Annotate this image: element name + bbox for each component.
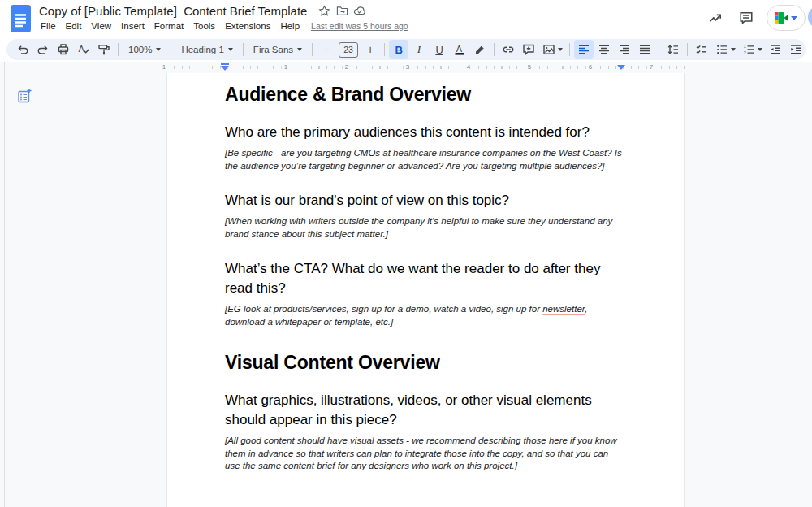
ruler-number: 1 [160, 63, 168, 72]
spell-check-button[interactable]: A [74, 40, 93, 59]
decrease-font-size-button[interactable]: − [317, 40, 336, 59]
checklist-button[interactable] [692, 40, 711, 59]
document-page[interactable]: Audience & Brand OverviewWho are the pri… [166, 73, 685, 507]
meet-button[interactable] [767, 5, 806, 31]
left-indent-marker[interactable] [221, 66, 229, 71]
paint-format-button[interactable] [94, 40, 114, 59]
align-left-icon [577, 43, 590, 56]
svg-text:2: 2 [743, 50, 745, 55]
menu-file[interactable]: File [36, 20, 61, 32]
menu-view[interactable]: View [86, 20, 116, 32]
align-left-button[interactable] [574, 40, 594, 59]
svg-text:1: 1 [743, 44, 745, 49]
menu-format[interactable]: Format [149, 20, 188, 32]
doc-placeholder-line: [All good content should have visual ass… [225, 435, 630, 448]
toolbar-divider [810, 43, 810, 56]
doc-placeholder-text[interactable]: [When working with writers outside the c… [225, 215, 630, 240]
ruler: 11234567 [0, 62, 812, 73]
align-right-button[interactable] [615, 40, 634, 59]
meet-dropdown-caret[interactable] [791, 16, 797, 20]
workspace: 11234567 Audience & Brand OverviewWho ar… [0, 62, 812, 507]
numbered-list-button-caret-icon [758, 48, 762, 51]
star-icon[interactable] [315, 2, 333, 20]
align-right-icon [618, 43, 631, 56]
ruler-number: 6 [586, 63, 594, 72]
document-outline-icon[interactable] [15, 86, 34, 106]
doc-placeholder-line: brand stance about this subject matter.] [225, 228, 630, 241]
doc-placeholder-line: the audience you’re targeting beginner o… [225, 160, 630, 173]
doc-heading1[interactable]: Audience & Brand Overview [225, 84, 630, 104]
zoom-select-value: 100% [128, 45, 152, 54]
left-rail-divider [4, 62, 5, 507]
decrease-indent-button[interactable] [766, 40, 785, 59]
move-folder-icon[interactable] [333, 2, 351, 20]
doc-heading2[interactable]: What’s the CTA? What do we want the read… [225, 259, 630, 298]
menu-help[interactable]: Help [275, 20, 304, 32]
right-indent-marker[interactable] [617, 65, 625, 70]
numbered-list-button[interactable]: 12 [739, 40, 765, 59]
doc-text-segment: download a whitepaper or template, etc.] [225, 317, 393, 327]
doc-placeholder-text[interactable]: [Be specific - are you targeting CMOs at… [225, 147, 630, 172]
cloud-status-icon[interactable] [351, 2, 369, 20]
document-title[interactable]: Copy of [Public Template] Content Brief … [39, 4, 307, 18]
comment-add-icon [522, 43, 535, 56]
comments-icon[interactable] [736, 7, 757, 28]
add-comment-button[interactable] [519, 40, 538, 59]
bulleted-list-button[interactable] [712, 40, 738, 59]
highlight-color-button[interactable] [470, 40, 490, 59]
doc-heading2-line: should appear in this piece? [225, 410, 630, 430]
toolbar-divider [118, 43, 119, 56]
font-select[interactable]: Fira Sans [248, 40, 308, 59]
justify-button[interactable] [635, 40, 654, 59]
menu-extensions[interactable]: Extensions [220, 20, 275, 32]
doc-heading2[interactable]: What is our brand's point of view on thi… [225, 191, 630, 210]
font-select-value: Fira Sans [253, 45, 293, 54]
print-button[interactable] [54, 40, 73, 59]
redo-button[interactable] [33, 40, 53, 59]
increase-indent-button[interactable] [786, 40, 806, 59]
first-line-indent-marker[interactable] [221, 63, 229, 65]
increase-font-size-button[interactable]: + [361, 40, 380, 59]
doc-heading1[interactable]: Visual Content Overview [225, 353, 630, 372]
toolbar-divider [569, 43, 570, 56]
zoom-select-caret-icon [156, 48, 161, 51]
doc-placeholder-text[interactable]: [All good content should have visual ass… [225, 435, 630, 473]
doc-text-segment: the audience you’re targeting beginner o… [225, 161, 605, 171]
svg-text:A: A [456, 44, 463, 54]
doc-placeholder-line: use the same content brief for any desig… [225, 460, 630, 473]
doc-placeholder-line: them in advance so that writers can plan… [225, 448, 630, 461]
doc-text-segment: [EG look at products/services, sign up f… [225, 304, 542, 314]
last-edit-link[interactable]: Last edit was 5 hours ago [311, 21, 408, 31]
bold-button[interactable]: B [389, 40, 408, 59]
redo-icon [37, 43, 50, 56]
insert-image-button[interactable] [539, 40, 565, 59]
align-center-button[interactable] [594, 40, 614, 59]
styles-select[interactable]: Heading 1 [175, 40, 238, 59]
insert-link-button[interactable] [499, 40, 518, 59]
menu-tools[interactable]: Tools [188, 20, 220, 32]
font-size-input[interactable]: 23 [339, 42, 358, 58]
svg-text:A: A [79, 44, 85, 54]
link-icon [502, 43, 515, 56]
menu-insert[interactable]: Insert [116, 20, 149, 32]
text-color-button[interactable]: A [450, 40, 469, 59]
justify-icon [638, 43, 651, 56]
toolbar-divider [687, 43, 688, 56]
docs-logo-icon[interactable] [10, 4, 32, 37]
zoom-select[interactable]: 100% [123, 40, 166, 59]
highlight-icon [473, 43, 486, 56]
doc-heading2[interactable]: Who are the primary audiences this conte… [225, 123, 630, 142]
doc-heading2[interactable]: What graphics, illustrations, videos, or… [225, 391, 630, 430]
ruler-number: 1 [282, 63, 290, 72]
menu-edit[interactable]: Edit [61, 20, 87, 32]
insights-icon[interactable] [705, 7, 726, 28]
doc-heading2-line: read this? [225, 279, 630, 298]
line-spacing-button[interactable] [663, 40, 683, 59]
underline-button[interactable]: U [430, 40, 449, 59]
bullet-list-icon [715, 43, 728, 56]
italic-button[interactable]: I [409, 40, 429, 59]
undo-button[interactable] [13, 40, 32, 59]
doc-placeholder-text[interactable]: [EG look at products/services, sign up f… [225, 303, 630, 328]
indent-icon [789, 43, 802, 56]
ruler-number: 2 [343, 63, 351, 72]
